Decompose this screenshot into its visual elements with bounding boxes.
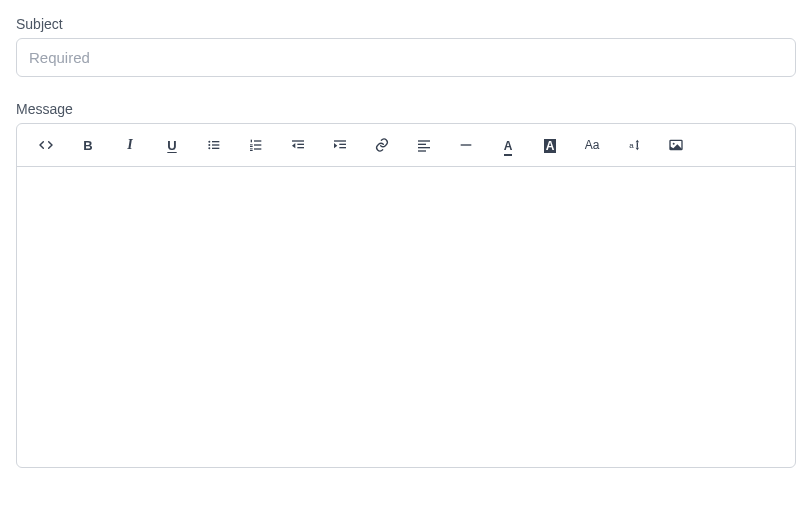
image-icon	[668, 137, 684, 153]
indent-increase-icon	[332, 137, 348, 153]
font-size-icon: Aa	[585, 138, 600, 152]
svg-rect-27	[461, 144, 472, 145]
font-color-icon: A	[504, 138, 513, 153]
message-field: Message B I U	[16, 101, 796, 468]
bold-button[interactable]: B	[67, 128, 109, 162]
svg-rect-9	[251, 140, 252, 143]
message-textarea[interactable]	[17, 167, 795, 467]
svg-rect-4	[212, 144, 219, 145]
svg-rect-10	[250, 144, 253, 145]
horizontal-rule-button[interactable]	[445, 128, 487, 162]
svg-rect-24	[418, 144, 426, 145]
image-button[interactable]	[655, 128, 697, 162]
svg-rect-3	[212, 141, 219, 142]
italic-icon: I	[127, 138, 132, 152]
link-icon	[374, 137, 390, 153]
svg-point-33	[673, 143, 675, 145]
svg-point-1	[208, 144, 210, 146]
svg-rect-8	[254, 148, 261, 149]
svg-marker-34	[670, 144, 682, 149]
line-height-icon: a	[626, 137, 642, 153]
svg-marker-18	[292, 143, 295, 148]
svg-rect-25	[418, 147, 430, 148]
background-color-button[interactable]: A	[529, 128, 571, 162]
svg-rect-11	[250, 146, 253, 147]
message-label: Message	[16, 101, 796, 117]
svg-marker-31	[636, 148, 639, 151]
horizontal-rule-icon	[458, 137, 474, 153]
svg-rect-30	[637, 142, 638, 147]
svg-rect-12	[250, 148, 253, 149]
svg-point-2	[208, 147, 210, 149]
svg-rect-6	[254, 140, 261, 141]
svg-point-0	[208, 141, 210, 143]
italic-button[interactable]: I	[109, 128, 151, 162]
link-button[interactable]	[361, 128, 403, 162]
svg-rect-26	[418, 150, 426, 151]
font-color-button[interactable]: A	[487, 128, 529, 162]
indent-decrease-icon	[290, 137, 306, 153]
svg-rect-20	[339, 144, 346, 145]
subject-label: Subject	[16, 16, 796, 32]
font-size-button[interactable]: Aa	[571, 128, 613, 162]
unordered-list-button[interactable]	[193, 128, 235, 162]
editor-toolbar: B I U	[17, 124, 795, 167]
subject-field: Subject	[16, 16, 796, 77]
svg-rect-15	[297, 144, 304, 145]
subject-input[interactable]	[16, 38, 796, 77]
bold-icon: B	[83, 139, 92, 152]
svg-marker-22	[334, 143, 337, 148]
line-height-button[interactable]: a	[613, 128, 655, 162]
svg-rect-5	[212, 148, 219, 149]
unordered-list-icon	[206, 137, 222, 153]
message-editor: B I U	[16, 123, 796, 468]
svg-rect-19	[334, 140, 346, 141]
align-button[interactable]	[403, 128, 445, 162]
svg-rect-16	[297, 147, 304, 148]
ordered-list-icon	[248, 137, 264, 153]
svg-rect-23	[418, 140, 430, 141]
code-icon	[38, 137, 54, 153]
background-color-icon: A	[544, 138, 557, 153]
underline-icon: U	[167, 139, 176, 152]
svg-rect-21	[339, 147, 346, 148]
indent-decrease-button[interactable]	[277, 128, 319, 162]
underline-button[interactable]: U	[151, 128, 193, 162]
ordered-list-button[interactable]	[235, 128, 277, 162]
svg-rect-14	[292, 140, 304, 141]
align-icon	[416, 137, 432, 153]
svg-marker-29	[636, 140, 639, 143]
code-view-button[interactable]	[25, 128, 67, 162]
svg-rect-13	[250, 150, 253, 151]
svg-rect-7	[254, 144, 261, 145]
indent-increase-button[interactable]	[319, 128, 361, 162]
svg-text:a: a	[629, 141, 634, 150]
